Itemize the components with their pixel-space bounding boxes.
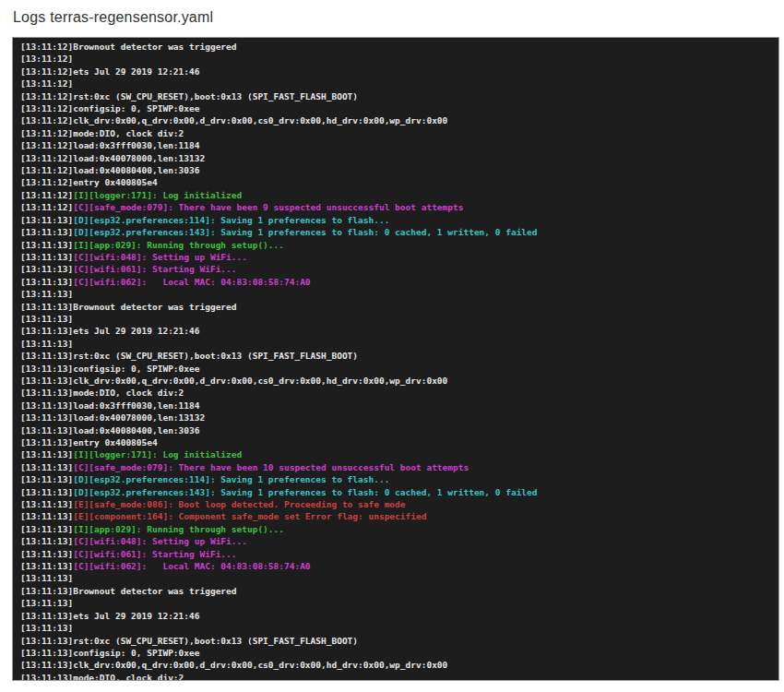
log-message: mode:DIO, clock div:2: [73, 673, 184, 681]
log-timestamp: [13:11:12]: [20, 42, 73, 52]
log-message: [C][wifi:061]: Starting WiFi...: [73, 264, 236, 274]
log-timestamp: [13:11:13]: [20, 437, 73, 447]
log-line: [13:11:12]entry 0x400805e4: [20, 176, 778, 188]
log-message: [C][wifi:062]: Local MAC: 04:83:08:58:74…: [73, 277, 310, 287]
log-line: [13:11:13]configsip: 0, SPIWP:0xee: [20, 647, 778, 659]
log-message: ets Jul 29 2019 12:21:46: [73, 326, 199, 336]
log-message: [I][app:029]: Running through setup()...: [73, 240, 284, 250]
log-timestamp: [13:11:13]: [20, 586, 73, 596]
log-timestamp: [13:11:13]: [20, 511, 73, 521]
log-message: mode:DIO, clock div:2: [73, 388, 184, 398]
log-terminal[interactable]: [13:11:12]Brownout detector was triggere…: [12, 37, 779, 681]
log-line: [13:11:13]: [20, 622, 778, 634]
log-timestamp: [13:11:13]: [20, 264, 73, 274]
log-line: [13:11:13][C][wifi:061]: Starting WiFi..…: [20, 263, 778, 275]
log-message: [I][app:029]: Running through setup()...: [73, 524, 284, 534]
log-message: load:0x40078000,len:13132: [73, 153, 205, 163]
log-message: Brownout detector was triggered: [73, 586, 236, 596]
log-line: [13:11:13][I][logger:171]: Log initializ…: [20, 448, 778, 460]
log-line: [13:11:13]: [20, 338, 778, 350]
log-line: [13:11:13]clk_drv:0x00,q_drv:0x00,d_drv:…: [20, 375, 778, 387]
log-message: configsip: 0, SPIWP:0xee: [73, 364, 199, 374]
log-message: rst:0xc (SW_CPU_RESET),boot:0x13 (SPI_FA…: [73, 91, 358, 101]
log-timestamp: [13:11:13]: [20, 611, 73, 621]
log-page: Logs terras-regensensor.yaml [13:11:12]B…: [0, 0, 784, 692]
log-line: [13:11:13]ets Jul 29 2019 12:21:46: [20, 610, 778, 622]
log-timestamp: [13:11:12]: [20, 128, 73, 138]
log-message: [D][esp32.preferences:114]: Saving 1 pre…: [73, 474, 389, 484]
log-line: [13:11:13][D][esp32.preferences:114]: Sa…: [20, 214, 778, 226]
log-message: [C][wifi:061]: Starting WiFi...: [73, 549, 236, 559]
log-timestamp: [13:11:13]: [20, 277, 73, 287]
log-line: [13:11:12]mode:DIO, clock div:2: [20, 127, 778, 139]
log-timestamp: [13:11:13]: [20, 474, 73, 484]
log-line: [13:11:13]ets Jul 29 2019 12:21:46: [20, 325, 778, 337]
log-timestamp: [13:11:13]: [20, 425, 73, 435]
log-timestamp: [13:11:13]: [20, 449, 73, 459]
log-message: load:0x3fff0030,len:1184: [73, 140, 199, 150]
log-timestamp: [13:11:13]: [20, 326, 73, 336]
log-line: [13:11:12]load:0x40078000,len:13132: [20, 152, 778, 164]
log-line: [13:11:13]: [20, 288, 778, 300]
log-line: [13:11:13]rst:0xc (SW_CPU_RESET),boot:0x…: [20, 350, 778, 362]
log-line: [13:11:12][I][logger:171]: Log initializ…: [20, 189, 778, 201]
log-line: [13:11:13]clk_drv:0x00,q_drv:0x00,d_drv:…: [20, 659, 778, 671]
log-message: clk_drv:0x00,q_drv:0x00,d_drv:0x00,cs0_d…: [73, 660, 447, 670]
log-timestamp: [13:11:13]: [20, 412, 73, 423]
log-line: [13:11:12]: [20, 53, 778, 65]
log-message: entry 0x400805e4: [73, 437, 158, 447]
log-message: Brownout detector was triggered: [73, 302, 236, 312]
log-timestamp: [13:11:13]: [20, 660, 73, 670]
log-message: [D][esp32.preferences:143]: Saving 1 pre…: [73, 227, 537, 237]
log-line: [13:11:13][D][esp32.preferences:143]: Sa…: [20, 486, 778, 498]
log-message: rst:0xc (SW_CPU_RESET),boot:0x13 (SPI_FA…: [73, 351, 358, 361]
log-timestamp: [13:11:13]: [20, 388, 73, 398]
log-timestamp: [13:11:13]: [20, 462, 73, 472]
log-timestamp: [13:11:12]: [20, 202, 73, 212]
log-timestamp: [13:11:12]: [20, 165, 73, 175]
log-line: [13:11:12]configsip: 0, SPIWP:0xee: [20, 102, 778, 114]
log-timestamp: [13:11:12]: [20, 140, 73, 150]
log-line: [13:11:13][D][esp32.preferences:114]: Sa…: [20, 473, 778, 485]
log-message: [C][wifi:048]: Setting up WiFi...: [73, 536, 247, 546]
log-timestamp: [13:11:13]: [20, 215, 73, 225]
log-timestamp: [13:11:12]: [20, 78, 73, 89]
log-timestamp: [13:11:13]: [20, 499, 73, 509]
log-timestamp: [13:11:13]: [20, 227, 73, 237]
log-timestamp: [13:11:13]: [20, 289, 73, 299]
log-message: [E][safe_mode:086]: Boot loop detected. …: [73, 499, 405, 509]
log-timestamp: [13:11:12]: [20, 115, 73, 125]
log-line: [13:11:13][I][app:029]: Running through …: [20, 239, 778, 251]
log-message: configsip: 0, SPIWP:0xee: [73, 103, 199, 113]
log-line: [13:11:13][C][wifi:048]: Setting up WiFi…: [20, 535, 778, 547]
log-timestamp: [13:11:13]: [20, 573, 73, 583]
log-line: [13:11:12][C][safe_mode:079]: There have…: [20, 201, 778, 213]
log-line: [13:11:13]load:0x40080400,len:3036: [20, 424, 778, 436]
log-line: [13:11:13][C][wifi:061]: Starting WiFi..…: [20, 548, 778, 560]
log-message: load:0x3fff0030,len:1184: [73, 400, 199, 411]
log-line: [13:11:12]clk_drv:0x00,q_drv:0x00,d_drv:…: [20, 114, 778, 126]
log-timestamp: [13:11:13]: [20, 400, 73, 411]
log-line: [13:11:13]rst:0xc (SW_CPU_RESET),boot:0x…: [20, 635, 778, 647]
log-timestamp: [13:11:13]: [20, 351, 73, 361]
log-timestamp: [13:11:13]: [20, 598, 73, 608]
log-timestamp: [13:11:13]: [20, 240, 73, 250]
log-line: [13:11:12]rst:0xc (SW_CPU_RESET),boot:0x…: [20, 90, 778, 102]
log-timestamp: [13:11:13]: [20, 648, 73, 658]
log-line: [13:11:13]mode:DIO, clock div:2: [20, 387, 778, 399]
log-message: ets Jul 29 2019 12:21:46: [73, 611, 199, 621]
log-timestamp: [13:11:13]: [20, 636, 73, 646]
log-line: [13:11:13]configsip: 0, SPIWP:0xee: [20, 363, 778, 375]
page-title: Logs terras-regensensor.yaml: [13, 9, 213, 26]
log-message: configsip: 0, SPIWP:0xee: [73, 648, 199, 658]
log-line: [13:11:13]Brownout detector was triggere…: [20, 585, 778, 597]
log-timestamp: [13:11:12]: [20, 66, 73, 77]
log-line: [13:11:13][I][app:029]: Running through …: [20, 523, 778, 535]
log-message: Brownout detector was triggered: [73, 42, 236, 52]
log-line: [13:11:13][D][esp32.preferences:143]: Sa…: [20, 226, 778, 238]
log-line: [13:11:12]ets Jul 29 2019 12:21:46: [20, 66, 778, 78]
log-timestamp: [13:11:12]: [20, 190, 73, 200]
log-message: [C][safe_mode:079]: There have been 10 s…: [73, 462, 469, 472]
log-message: load:0x40080400,len:3036: [73, 425, 199, 435]
log-line: [13:11:13][C][safe_mode:079]: There have…: [20, 461, 778, 473]
